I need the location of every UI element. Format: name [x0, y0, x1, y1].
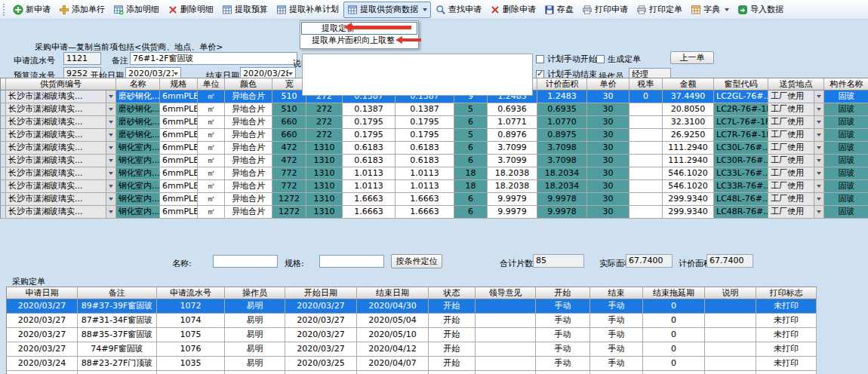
cell[interactable]: 272	[306, 116, 343, 129]
cell[interactable]: 固玻	[824, 206, 868, 219]
cell[interactable]	[476, 357, 536, 371]
cell[interactable]: 手动	[590, 342, 643, 357]
remark-input[interactable]	[130, 52, 297, 65]
combo-arrow-icon[interactable]	[814, 90, 823, 103]
cell[interactable]: LC33R-76#...	[714, 180, 768, 193]
cell[interactable]: 长沙市潇湘玻璃实...	[6, 180, 116, 193]
cell[interactable]: 1074	[157, 314, 225, 328]
cell[interactable]: 开始	[429, 328, 476, 342]
cell[interactable]: 易明	[225, 299, 285, 314]
cell[interactable]: 30	[587, 90, 629, 103]
combo-arrow-icon[interactable]	[814, 180, 823, 192]
cell[interactable]	[476, 342, 536, 357]
cell[interactable]: 18	[454, 180, 488, 193]
cell[interactable]: 长沙市潇湘玻璃实...	[6, 155, 116, 167]
cell[interactable]: 长沙市潇湘玻璃实...	[6, 90, 116, 103]
cell[interactable]: 1.0770	[537, 116, 587, 129]
cell[interactable]: 异地合片	[225, 206, 272, 219]
cell[interactable]: 30	[587, 103, 629, 116]
cell[interactable]: LC30R-76#...	[714, 155, 768, 167]
cell[interactable]: 772	[272, 180, 306, 193]
cell[interactable]: 固玻	[824, 193, 868, 206]
cell[interactable]: 3.7098	[537, 142, 587, 155]
toolbar-button-extract-budget[interactable]: 提取预算	[218, 2, 272, 18]
cell[interactable]: 工厂使用	[768, 180, 824, 193]
combo-arrow-icon[interactable]	[106, 206, 115, 218]
cell[interactable]: 工厂使用	[768, 155, 824, 167]
cell[interactable]: 长沙市潇湘玻璃实...	[6, 206, 116, 219]
cell[interactable]: 未打印	[756, 357, 817, 371]
cell[interactable]: 开始	[429, 314, 476, 328]
toolbar-button-import-data[interactable]: 导入数据	[734, 2, 787, 18]
cell[interactable]: 2020/05/10	[357, 328, 429, 342]
cell[interactable]: 1310	[306, 206, 343, 219]
cell[interactable]: 1.6663	[396, 193, 454, 206]
cell[interactable]: 异地合片	[225, 103, 272, 116]
cell[interactable]: 472	[272, 142, 306, 155]
cell[interactable]: 固玻	[824, 142, 868, 155]
cell[interactable]: 易明	[225, 314, 285, 328]
cell[interactable]: 0	[629, 90, 663, 103]
cell[interactable]: 26.9250	[663, 129, 714, 142]
order-table-row[interactable]	[6, 371, 817, 374]
cell[interactable]: 异地合片	[225, 155, 272, 167]
cell[interactable]: 0.8976	[488, 129, 537, 142]
cell[interactable]: 3.7099	[488, 155, 537, 167]
cell[interactable]	[705, 371, 756, 374]
toolbar-button-print-request[interactable]: 打印申请	[578, 2, 632, 18]
cell[interactable]: 9.9978	[537, 193, 587, 206]
cell[interactable]: 易明	[225, 342, 285, 357]
combo-arrow-icon[interactable]	[106, 142, 115, 154]
cell[interactable]	[476, 371, 536, 374]
cell[interactable]: 固玻	[824, 129, 868, 142]
cell[interactable]: 2020/03/27	[285, 342, 357, 357]
cell[interactable]: 手动	[536, 357, 590, 371]
cell[interactable]: 异地合片	[225, 180, 272, 193]
cell[interactable]: 钢化室内...	[116, 167, 160, 180]
combo-arrow-icon[interactable]	[814, 129, 823, 141]
cell[interactable]: 2020/03/27	[6, 314, 78, 328]
cell[interactable]: LC2GL-76#...	[714, 90, 768, 103]
order-table-row[interactable]: 2020/03/2488#23-27F门顶玻1035易明2020/03/2520…	[6, 357, 817, 371]
cell[interactable]: 111.2940	[663, 142, 714, 155]
cell[interactable]: 1.0113	[396, 167, 454, 180]
cell[interactable]: 30	[587, 155, 629, 167]
cell[interactable]: 87#31-34F窗固玻	[78, 314, 157, 328]
cell[interactable]: 1.0771	[488, 116, 537, 129]
cell[interactable]: 2020/03/25	[285, 357, 357, 371]
cell[interactable]: 5	[454, 129, 488, 142]
cell[interactable]: 手动	[536, 328, 590, 342]
cell[interactable]: 固玻	[824, 180, 868, 193]
cell[interactable]	[629, 206, 663, 219]
cell[interactable]: 0.6183	[343, 142, 396, 155]
cell[interactable]: 18.2038	[488, 167, 537, 180]
cell[interactable]: 6	[454, 142, 488, 155]
cell[interactable]: 易明	[225, 328, 285, 342]
cell[interactable]	[629, 116, 663, 129]
combo-arrow-icon[interactable]	[814, 103, 823, 115]
detail-table-row[interactable]: 长沙市潇湘玻璃实...磨砂钢化...6mmPLE...㎡异地合片5102720.…	[0, 103, 868, 116]
cell[interactable]: 磨砂钢化...	[116, 90, 160, 103]
order-table-row[interactable]: 2020/03/2774#9F窗固玻1076易明2020/03/272020/0…	[6, 342, 817, 357]
cell[interactable]: 0	[643, 328, 705, 342]
cell[interactable]: 异地合片	[225, 90, 272, 103]
cell[interactable]: 1072	[157, 299, 225, 314]
spec-filter-input[interactable]	[319, 255, 384, 268]
cell[interactable]: 2020/03/27	[285, 328, 357, 342]
cell[interactable]: 472	[272, 155, 306, 167]
cell[interactable]	[629, 103, 663, 116]
cell[interactable]: 272	[306, 129, 343, 142]
cell[interactable]	[476, 328, 536, 342]
cell[interactable]: 6mmPLE...	[160, 103, 198, 116]
cell[interactable]	[705, 342, 756, 357]
detail-table-row[interactable]: 长沙市潇湘玻璃实...钢化室内...6mmPLE...㎡异地合片47213100…	[0, 155, 868, 167]
combo-arrow-icon[interactable]	[814, 142, 823, 154]
cell[interactable]: 固玻	[824, 103, 868, 116]
cell[interactable]: 0.6936	[488, 103, 537, 116]
cell[interactable]	[643, 371, 705, 374]
toolbar-button-add-detail[interactable]: 添加明细	[109, 2, 163, 18]
cell[interactable]: 1075	[157, 328, 225, 342]
cell[interactable]: 6	[454, 116, 488, 129]
cell[interactable]: 异地合片	[225, 116, 272, 129]
detail-table-row[interactable]: 长沙市潇湘玻璃实...钢化室内...6mmPLE...㎡异地合片77213101…	[0, 167, 868, 180]
